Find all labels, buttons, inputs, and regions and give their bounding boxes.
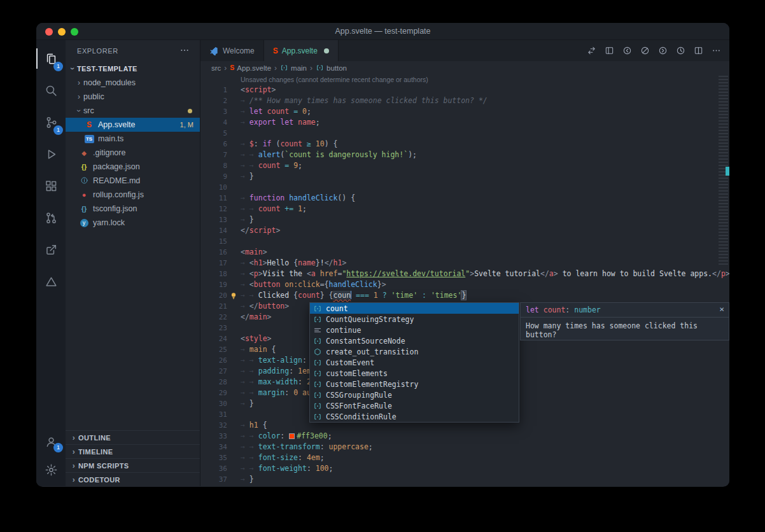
completion-item-customelements[interactable]: customElements: [310, 368, 519, 379]
tree-item-src[interactable]: ›src: [66, 104, 200, 118]
line-number[interactable]: 5: [200, 128, 227, 139]
code-line[interactable]: 34→ → text-transform: uppercase;: [200, 442, 729, 452]
line-number[interactable]: 10: [200, 182, 227, 193]
code-line[interactable]: 37→ }: [200, 474, 729, 485]
line-number[interactable]: 34: [200, 442, 227, 452]
line-number[interactable]: 14: [200, 225, 227, 236]
code-line[interactable]: 18→ <p>Visit the <a href="https://svelte…: [200, 269, 729, 279]
line-number[interactable]: 15: [200, 236, 227, 247]
sidebar-section-npm-scripts[interactable]: ›NPM SCRIPTS: [66, 458, 200, 472]
activity-item-account[interactable]: 1: [36, 428, 66, 456]
activity-item-source-control[interactable]: 1: [36, 106, 66, 138]
tab-app-svelte[interactable]: SApp.svelte: [264, 40, 339, 61]
breadcrumb-item-button[interactable]: button: [316, 64, 347, 72]
completion-item-customevent[interactable]: CustomEvent: [310, 357, 519, 368]
code-line[interactable]: 8→ → count = 9;: [200, 160, 729, 171]
line-number[interactable]: 20: [200, 290, 227, 301]
code-line[interactable]: 35→ → font-size: 4em;: [200, 452, 729, 463]
sidebar-section-timeline[interactable]: ›TIMELINE: [66, 444, 200, 458]
activity-item-share[interactable]: [36, 234, 66, 265]
split-editor-button[interactable]: [691, 43, 706, 59]
line-number[interactable]: 24: [200, 333, 227, 344]
tree-root-test-template[interactable]: › TEST-TEMPLATE: [66, 62, 200, 76]
line-number[interactable]: 7: [200, 150, 227, 160]
code-line[interactable]: 33→ → color: #ff3e00;: [200, 431, 729, 442]
completion-item-constantsourcenode[interactable]: ConstantSourceNode: [310, 335, 519, 346]
codelens-annotation[interactable]: Unsaved changes (cannot determine recent…: [241, 76, 428, 83]
code-line[interactable]: 2→ /** How many times has someone clicke…: [200, 95, 729, 106]
line-number[interactable]: 13: [200, 214, 227, 225]
compare-button[interactable]: [584, 43, 600, 59]
completion-item-customelementregistry[interactable]: CustomElementRegistry: [310, 379, 519, 389]
tree-item-main-ts[interactable]: TSmain.ts: [66, 132, 200, 146]
breadcrumb-item-app-svelte[interactable]: SApp.svelte: [230, 64, 271, 72]
line-number[interactable]: 12: [200, 204, 227, 214]
tree-item--gitignore[interactable]: ◆.gitignore: [66, 146, 200, 160]
code-line[interactable]: 7→ → alert(`count is dangerously high!`)…: [200, 150, 729, 160]
completion-item-cssgroupingrule[interactable]: CSSGroupingRule: [310, 389, 519, 400]
code-line[interactable]: 17→ <h1>Hello {name}!</h1>: [200, 258, 729, 269]
code-line[interactable]: 36→ → font-weight: 100;: [200, 463, 729, 474]
more-button[interactable]: [708, 43, 724, 59]
close-button[interactable]: [45, 28, 53, 36]
next-change-button[interactable]: [655, 43, 671, 59]
tree-item-readme-md[interactable]: README.md: [66, 174, 200, 188]
completion-item-cssconditionrule[interactable]: CSSConditionRule: [310, 411, 519, 422]
line-number[interactable]: 37: [200, 474, 227, 485]
activity-item-explorer[interactable]: 1: [36, 43, 66, 74]
line-number[interactable]: 23: [200, 323, 227, 333]
line-number[interactable]: 26: [200, 355, 227, 366]
line-number[interactable]: 35: [200, 452, 227, 463]
line-number[interactable]: 33: [200, 431, 227, 442]
preview-button[interactable]: [601, 43, 617, 59]
more-actions-icon[interactable]: [179, 45, 191, 57]
line-number[interactable]: 21: [200, 301, 227, 312]
tree-item-yarn-lock[interactable]: yyarn.lock: [66, 216, 200, 230]
prev-change-button[interactable]: [619, 43, 635, 59]
line-number[interactable]: 6: [200, 139, 227, 150]
tree-item-tsconfig-json[interactable]: {}tsconfig.json: [66, 202, 200, 216]
activity-item-run-debug[interactable]: [36, 138, 66, 170]
code-line[interactable]: 4→ export let name;: [200, 117, 729, 128]
code-line[interactable]: 1<script>: [200, 85, 729, 95]
breadcrumb-item-src[interactable]: src: [211, 64, 221, 72]
close-icon[interactable]: ×: [719, 304, 724, 314]
completion-item-countqueuingstrategy[interactable]: CountQueuingStrategy: [310, 314, 519, 325]
code-line[interactable]: 3→ let count = 0;: [200, 106, 729, 117]
zoom-button[interactable]: [71, 28, 78, 36]
code-editor[interactable]: Unsaved changes (cannot determine recent…: [200, 74, 729, 486]
unsaved-dot-icon[interactable]: [324, 48, 329, 53]
completion-item-create_out_transition[interactable]: create_out_transition: [310, 346, 519, 357]
minimize-button[interactable]: [58, 28, 66, 36]
title-bar[interactable]: App.svelte — test-template: [36, 23, 729, 40]
line-number[interactable]: 2: [200, 95, 227, 106]
discard-button[interactable]: [637, 43, 653, 59]
line-number[interactable]: 36: [200, 463, 227, 474]
line-number[interactable]: 25: [200, 344, 227, 355]
line-number[interactable]: 28: [200, 377, 227, 388]
code-line[interactable]: 12→ → count += 1;: [200, 204, 729, 214]
code-line[interactable]: 11→ function handleClick() {: [200, 193, 729, 204]
completion-item-count[interactable]: count: [310, 303, 519, 314]
activity-item-settings[interactable]: [36, 456, 66, 484]
code-line[interactable]: 15: [200, 236, 729, 247]
code-line[interactable]: 9→ }: [200, 171, 729, 182]
sidebar-section-outline[interactable]: ›OUTLINE: [66, 430, 200, 444]
line-number[interactable]: 31: [200, 409, 227, 420]
tree-item-app-svelte[interactable]: SApp.svelte1, M: [66, 118, 200, 132]
history-button[interactable]: [673, 43, 689, 59]
completion-item-continue[interactable]: continue: [310, 325, 519, 335]
activity-item-triangle[interactable]: [36, 265, 66, 297]
line-number[interactable]: 1: [200, 85, 227, 95]
tree-item-package-json[interactable]: {}package.json: [66, 160, 200, 174]
line-number[interactable]: 22: [200, 312, 227, 323]
tab-welcome[interactable]: Welcome: [200, 40, 264, 61]
code-line[interactable]: 13→ }: [200, 214, 729, 225]
completion-item-cssfontfacerule[interactable]: CSSFontFaceRule: [310, 400, 519, 411]
activity-item-search[interactable]: [36, 74, 66, 106]
tree-item-rollup-config-js[interactable]: ●rollup.config.js: [66, 188, 200, 202]
line-number[interactable]: 11: [200, 193, 227, 204]
activity-item-extensions[interactable]: [36, 170, 66, 202]
code-line[interactable]: 6→ $: if (count ≥ 10) {: [200, 139, 729, 150]
code-line[interactable]: 16<main>: [200, 247, 729, 258]
